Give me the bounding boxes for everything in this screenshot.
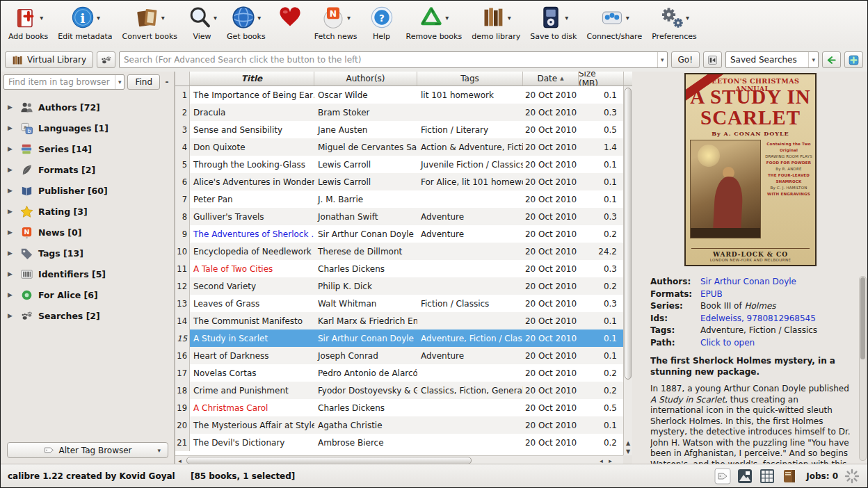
cell-authors[interactable]: Sir Arthur Conan Doyle <box>314 225 417 243</box>
cell-title[interactable]: The Mysterious Affair at Styles <box>190 416 314 434</box>
cell-authors[interactable]: Philip K. Dick <box>314 277 417 295</box>
tag-browser-category[interactable]: ▶NNews [0] <box>1 222 174 243</box>
toolbar-button-connect-share[interactable]: ▾Connect/share <box>581 3 647 42</box>
metadata-value[interactable]: Sir Arthur Conan Doyle <box>700 276 796 288</box>
column-header-authors[interactable]: Author(s) <box>314 72 417 86</box>
jobs-spinner-icon[interactable] <box>844 468 860 485</box>
scroll-down-icon[interactable]: ▼ <box>624 447 632 455</box>
cell-authors[interactable]: Fyodor Dostoyevsky & G… <box>314 382 417 399</box>
vertical-scrollbar[interactable]: ▲ ▼ <box>623 86 632 455</box>
cell-date[interactable]: 20 Oct 2010 <box>523 312 579 330</box>
search-dropdown-arrow-icon[interactable]: ▾ <box>657 52 667 67</box>
cell-size[interactable]: 0.1 <box>579 330 624 347</box>
column-header-tags[interactable]: Tags <box>417 72 523 86</box>
cell-authors[interactable]: Charles Dickens <box>314 399 417 416</box>
cell-size[interactable]: 0.3 <box>579 104 624 121</box>
book-row[interactable]: 15A Study in ScarletSir Arthur Conan Doy… <box>175 330 624 347</box>
cell-tags[interactable]: lit 101 homework <box>417 86 523 104</box>
alter-tag-browser-button[interactable]: Alter Tag Browser ▾ <box>7 442 168 458</box>
vertical-scrollbar-thumb[interactable] <box>625 88 632 380</box>
expand-chevron-icon[interactable]: ▶ <box>8 104 15 111</box>
expand-chevron-icon[interactable]: ▶ <box>8 187 15 194</box>
saved-searches-combo[interactable]: Saved Searches ▾ <box>725 51 819 68</box>
toolbar-button-help[interactable]: ?Help <box>362 3 401 42</box>
book-row[interactable]: 2DraculaBram Stoker20 Oct 20100.3 <box>175 104 624 121</box>
cell-tags[interactable] <box>417 260 523 277</box>
cell-size[interactable]: 0.1 <box>579 156 624 173</box>
book-row[interactable]: 21The Devil's DictionaryAmbrose Bierce20… <box>175 434 624 451</box>
cell-tags[interactable]: Action & Adventure, Ficti… <box>417 138 523 156</box>
cell-title[interactable]: The Devil's Dictionary <box>190 434 314 451</box>
toolbar-button-library[interactable]: ▾demo library <box>467 3 525 42</box>
metadata-value[interactable]: Edelweiss, 9780812968545 <box>700 313 816 325</box>
toolbar-button-save-to-disk[interactable]: ▾Save to disk <box>525 3 581 42</box>
metadata-value[interactable]: EPUB <box>700 288 723 301</box>
toolbar-button-preferences[interactable]: ▾Preferences <box>647 3 702 42</box>
cell-size[interactable]: 0.2 <box>579 277 624 295</box>
tag-browser-category[interactable]: ▶For Alice [6] <box>1 284 174 305</box>
dropdown-arrow-icon[interactable]: ▾ <box>626 14 629 22</box>
add-saved-search-button[interactable] <box>844 51 863 68</box>
jobs-status[interactable]: Jobs: 0 <box>806 471 838 481</box>
cell-tags[interactable] <box>417 312 523 330</box>
cell-date[interactable]: 20 Oct 2010 <box>523 121 579 138</box>
alter-dropdown-arrow-icon[interactable]: ▾ <box>157 447 161 454</box>
cell-title[interactable]: A Study in Scarlet <box>190 330 314 347</box>
cell-tags[interactable] <box>417 243 523 260</box>
book-row[interactable]: 14The Communist ManifestoKarl Marx & Fri… <box>175 312 624 330</box>
cell-authors[interactable]: Joseph Conrad <box>314 347 417 364</box>
cell-size[interactable]: 0.3 <box>579 260 624 277</box>
expand-chevron-icon[interactable]: ▶ <box>8 270 15 277</box>
cell-title[interactable]: A Tale of Two Cities <box>190 260 314 277</box>
cell-tags[interactable] <box>417 399 523 416</box>
book-row[interactable]: 7Peter PanJ. M. Barrie20 Oct 20100.1 <box>175 190 624 208</box>
book-row[interactable]: 13Leaves of GrassWalt WhitmanFiction / C… <box>175 295 624 312</box>
tag-browser-category[interactable]: ▶Identifiers [5] <box>1 263 174 284</box>
book-row[interactable]: 17Novelas CortasPedro Antonio de Alarcón… <box>175 364 624 382</box>
book-row[interactable]: 5Through the Looking-GlassLewis CarrollJ… <box>175 156 624 173</box>
cell-authors[interactable]: Miguel de Cervantes Saa… <box>314 138 417 156</box>
cell-date[interactable]: 20 Oct 2010 <box>523 347 579 364</box>
book-row[interactable]: 9The Adventures of Sherlock …Sir Arthur … <box>175 225 624 243</box>
expand-chevron-icon[interactable]: ▶ <box>8 291 15 298</box>
tag-browser-category[interactable]: ▶Formats [2] <box>1 159 174 180</box>
cell-size[interactable]: 0.2 <box>579 382 624 399</box>
dropdown-arrow-icon[interactable]: ▾ <box>686 14 689 22</box>
cell-tags[interactable]: Adventure <box>417 208 523 225</box>
cell-title[interactable]: Heart of Darkness <box>190 347 314 364</box>
toolbar-button-convert-books[interactable]: ▾Convert books <box>117 3 182 42</box>
dropdown-arrow-icon[interactable]: ▾ <box>161 14 165 22</box>
book-row[interactable]: 10Encyclopedia of NeedleworkTherese de D… <box>175 243 624 260</box>
cell-tags[interactable] <box>417 104 523 121</box>
dropdown-arrow-icon[interactable]: ▾ <box>214 14 217 22</box>
cell-size[interactable]: 0.5 <box>579 399 624 416</box>
cell-tags[interactable]: Fiction / Classics <box>417 295 523 312</box>
cell-date[interactable]: 20 Oct 2010 <box>523 399 579 416</box>
find-dropdown-arrow-icon[interactable]: ▾ <box>115 75 124 89</box>
dropdown-arrow-icon[interactable]: ▾ <box>347 14 351 22</box>
collapse-all-button[interactable]: - <box>163 77 171 87</box>
toolbar-button-edit-metadata[interactable]: i▾Edit metadata <box>53 3 117 42</box>
cell-date[interactable]: 20 Oct 2010 <box>523 364 579 382</box>
tag-browser-category[interactable]: ▶Rating [3] <box>1 201 174 222</box>
cell-date[interactable]: 20 Oct 2010 <box>523 295 579 312</box>
toolbar-button-donate[interactable] <box>271 3 310 33</box>
column-header-size[interactable]: Size (MB) <box>579 72 624 86</box>
toggle-tag-browser-button[interactable] <box>714 468 731 485</box>
expand-chevron-icon[interactable]: ▶ <box>8 124 15 131</box>
cell-date[interactable]: 20 Oct 2010 <box>523 260 579 277</box>
toolbar-button-get-books[interactable]: ▾Get books <box>222 3 271 42</box>
toolbar-button-remove-books[interactable]: ▾Remove books <box>401 3 467 42</box>
search-input[interactable] <box>124 55 657 65</box>
cell-date[interactable]: 20 Oct 2010 <box>523 156 579 173</box>
book-row[interactable]: 11A Tale of Two CitiesCharles Dickens20 … <box>175 260 624 277</box>
cell-authors[interactable]: Ambrose Bierce <box>314 434 417 451</box>
cell-authors[interactable]: Sir Arthur Conan Doyle <box>314 330 417 347</box>
cell-date[interactable]: 20 Oct 2010 <box>523 330 579 347</box>
expand-chevron-icon[interactable]: ▶ <box>8 166 15 173</box>
cell-title[interactable]: The Adventures of Sherlock … <box>190 225 314 243</box>
cell-authors[interactable]: Therese de Dillmont <box>314 243 417 260</box>
copy-saved-search-button[interactable] <box>822 51 841 68</box>
cell-title[interactable]: The Importance of Being Ear… <box>190 86 314 104</box>
cell-tags[interactable] <box>417 416 523 434</box>
